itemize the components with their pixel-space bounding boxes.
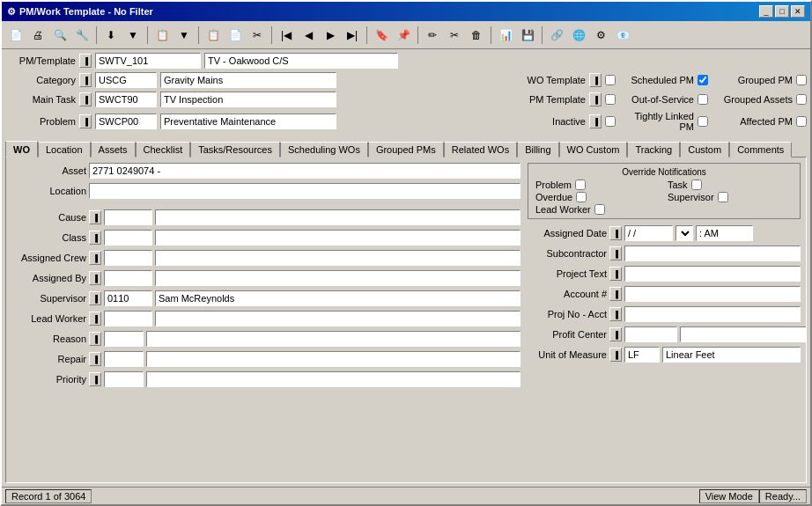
cut-button2[interactable]: ✂ <box>444 25 465 46</box>
new-button[interactable]: 📄 <box>5 25 26 46</box>
tab-assets[interactable]: Assets <box>91 142 136 158</box>
class-icon[interactable]: ▐ <box>89 231 101 245</box>
tab-checklist[interactable]: Checklist <box>136 142 191 158</box>
account-num-icon[interactable]: ▐ <box>609 287 622 301</box>
email-button[interactable]: 📧 <box>612 25 633 46</box>
pm-template-code-input[interactable] <box>95 53 201 69</box>
tab-comments[interactable]: Comments <box>729 142 792 158</box>
override-supervisor-checkbox[interactable] <box>718 192 728 202</box>
problem-code-input[interactable] <box>95 114 157 129</box>
tab-wo[interactable]: WO <box>5 141 38 158</box>
view-dropdown[interactable]: ▼ <box>173 25 195 46</box>
pm-template-icon2[interactable]: ▐ <box>589 92 602 106</box>
reason-desc-input[interactable] <box>146 331 520 347</box>
repair-desc-input[interactable] <box>146 351 520 367</box>
class-code-input[interactable] <box>104 230 152 246</box>
filter-button[interactable]: ⬇ <box>100 25 122 46</box>
unit-of-measure-desc-input[interactable] <box>662 347 801 363</box>
tab-custom[interactable]: Custom <box>680 142 729 158</box>
lead-worker-icon[interactable]: ▐ <box>89 312 101 326</box>
tab-scheduling-wos[interactable]: Scheduling WOs <box>280 142 368 158</box>
subcontractor-icon[interactable]: ▐ <box>609 246 622 260</box>
tab-tasks-resources[interactable]: Tasks/Resources <box>190 142 280 158</box>
override-lead-worker-checkbox[interactable] <box>594 204 605 215</box>
override-problem-checkbox[interactable] <box>575 180 586 190</box>
tab-grouped-pms[interactable]: Grouped PMs <box>368 142 444 158</box>
account-num-input[interactable] <box>624 286 801 302</box>
repair-code-input[interactable] <box>104 351 144 367</box>
subcontractor-input[interactable] <box>624 246 801 261</box>
grouped-pm-checkbox[interactable] <box>796 75 807 85</box>
edit-button[interactable]: ✏ <box>422 25 443 46</box>
chart-button[interactable]: 📊 <box>495 25 516 46</box>
category-code-input[interactable] <box>95 72 157 88</box>
wo-template-checkbox[interactable] <box>605 75 616 85</box>
maximize-button[interactable]: □ <box>775 5 789 18</box>
assigned-time-input[interactable] <box>696 225 753 241</box>
web-button[interactable]: 🌐 <box>568 25 589 46</box>
unit-of-measure-code-input[interactable] <box>624 347 660 363</box>
override-task-checkbox[interactable] <box>691 180 702 190</box>
out-of-service-checkbox[interactable] <box>698 94 708 105</box>
category-desc-input[interactable] <box>160 72 336 88</box>
delete-button[interactable]: 🗑 <box>466 25 487 46</box>
assigned-by-desc-input[interactable] <box>155 270 520 286</box>
find-button[interactable]: 🔍 <box>49 25 70 46</box>
assigned-crew-desc-input[interactable] <box>155 250 520 266</box>
view-button[interactable]: 📋 <box>151 25 173 46</box>
nav-prev[interactable]: ◀ <box>298 25 319 46</box>
save-button[interactable]: 💾 <box>517 25 538 46</box>
asset-input[interactable] <box>89 163 520 179</box>
repair-icon[interactable]: ▐ <box>89 352 101 366</box>
assigned-by-icon[interactable]: ▐ <box>89 271 101 285</box>
nav-next[interactable]: ▶ <box>320 25 341 46</box>
settings-button[interactable]: ⚙ <box>590 25 611 46</box>
assigned-crew-code-input[interactable] <box>104 250 152 266</box>
main-task-code-input[interactable] <box>95 92 157 107</box>
project-text-icon[interactable]: ▐ <box>609 267 622 281</box>
priority-code-input[interactable] <box>104 371 144 387</box>
tab-wo-custom[interactable]: WO Custom <box>559 142 628 158</box>
tab-tracking[interactable]: Tracking <box>627 142 680 158</box>
pm-template-icon1[interactable]: ▐ <box>79 54 92 68</box>
profit-center-icon[interactable]: ▐ <box>609 327 622 341</box>
priority-desc-input[interactable] <box>146 371 520 387</box>
problem-icon[interactable]: ▐ <box>79 114 92 128</box>
pm-template-desc-input[interactable] <box>204 53 398 69</box>
cause-desc-input[interactable] <box>155 209 520 225</box>
minimize-button[interactable]: _ <box>759 5 773 18</box>
grouped-assets-checkbox[interactable] <box>796 94 807 105</box>
inactive-checkbox[interactable] <box>605 116 616 127</box>
reason-icon[interactable]: ▐ <box>89 332 101 346</box>
supervisor-icon[interactable]: ▐ <box>89 291 101 305</box>
profit-center-code-input[interactable] <box>624 326 677 342</box>
tab-location[interactable]: Location <box>38 142 91 158</box>
cause-icon[interactable]: ▐ <box>89 210 101 224</box>
clipboard-button[interactable]: 📋 <box>203 25 224 46</box>
proj-no-acct-icon[interactable]: ▐ <box>609 307 622 321</box>
filter-dropdown[interactable]: ▼ <box>122 25 144 46</box>
lead-worker-desc-input[interactable] <box>155 311 520 326</box>
project-text-input[interactable] <box>624 266 801 282</box>
assigned-crew-icon[interactable]: ▐ <box>89 251 101 265</box>
profit-center-desc-input[interactable] <box>680 326 807 342</box>
main-task-icon[interactable]: ▐ <box>79 92 92 106</box>
print-button[interactable]: 🖨 <box>27 25 48 46</box>
assigned-date-icon[interactable]: ▐ <box>609 226 622 240</box>
lead-worker-code-input[interactable] <box>104 311 152 326</box>
tab-related-wos[interactable]: Related WOs <box>444 142 517 158</box>
main-task-desc-input[interactable] <box>160 92 336 107</box>
nav-first[interactable]: |◀ <box>276 25 297 46</box>
paste-button[interactable]: 📄 <box>225 25 246 46</box>
cause-code-input[interactable] <box>104 209 152 225</box>
cut-button[interactable]: ✂ <box>247 25 268 46</box>
tab-billing[interactable]: Billing <box>517 142 558 158</box>
wo-template-icon[interactable]: ▐ <box>589 73 602 87</box>
assigned-by-code-input[interactable] <box>104 270 152 286</box>
override-overdue-checkbox[interactable] <box>576 192 587 202</box>
problem-desc-input[interactable] <box>160 114 336 129</box>
assigned-date-input[interactable] <box>624 225 673 241</box>
tightly-linked-pm-checkbox[interactable] <box>698 116 708 127</box>
pm-template-checkbox[interactable] <box>605 94 616 105</box>
supervisor-code-input[interactable] <box>104 290 152 306</box>
